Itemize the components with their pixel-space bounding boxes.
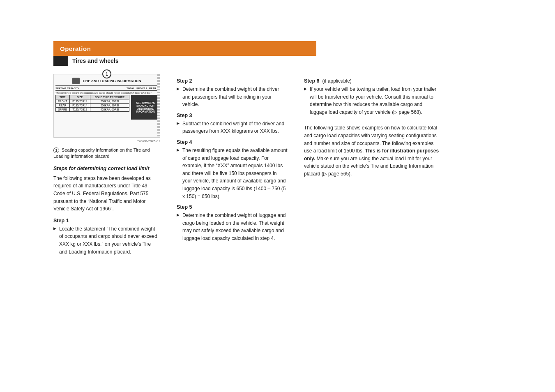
placard-header: TIRE AND LOADING INFORMATION [55,78,158,86]
col-pressure: COLD TIRE PRESSURE [90,95,129,99]
placard-subheader: SEATING CAPACITY TOTAL FRONT 2 REAR 3 [55,87,158,91]
placard-caption: 1 Seating capacity information on the Ti… [53,147,160,160]
table-row: SPARE T125/70B19 420KPA, 60PSI [56,108,129,112]
step-1-label: Step 1 [53,218,160,224]
tire-placard: 1 TIRE AND LOADING INFORMATION SEATING C… [53,74,160,138]
step-6-label: Step 6 (if applicable) [304,78,440,84]
bold-notice: This is for illustration purposes only. [304,148,439,161]
caption-text: Seating capacity information on the Tire… [53,148,150,159]
placard-note: The combined weight of occupants and car… [55,92,158,94]
placard-body: TIRE SIZE COLD TIRE PRESSURE FRONT P195/… [55,95,158,112]
step-6-content: If your vehicle will be towing a trailer… [304,85,440,116]
see-owners-box: SEE OWNER'S MANUAL FOR ADDITIONAL INFORM… [131,95,160,120]
placard-logo [72,78,80,84]
step-3-label: Step 3 [177,113,288,118]
placard-stripe [157,74,160,137]
capacity-labels: TOTAL FRONT 2 REAR 3 [127,87,158,90]
placard-title: TIRE AND LOADING INFORMATION [82,79,141,83]
step-1-content: Locate the statement “The combined weigh… [53,225,160,256]
section-title: Tires and wheels [68,58,119,64]
header-bar: Operation [53,41,316,56]
right-paragraph: The following table shows examples on ho… [304,124,440,178]
placard-inner: TIRE AND LOADING INFORMATION SEATING CAP… [54,74,160,113]
left-column: 1 TIRE AND LOADING INFORMATION SEATING C… [53,74,168,256]
section-bar: Tires and wheels [53,56,316,66]
placard-table: TIRE SIZE COLD TIRE PRESSURE FRONT P195/… [55,95,129,112]
placard-ref: P40.00-2076-31 [53,139,160,143]
placard-circle-num: 1 [102,69,111,78]
table-row: FRONT P195/70R14 200KPA, 29PSI [56,99,129,104]
right-column: Step 6 (if applicable) If your vehicle w… [296,74,440,256]
table-row: REAR P195/70R14 200KPA, 29PSI [56,104,129,108]
seating-label: SEATING CAPACITY [55,87,79,90]
main-content: 1 TIRE AND LOADING INFORMATION SEATING C… [53,74,505,256]
caption-circle: 1 [53,148,59,153]
step-4-content: The resulting figure equals the availabl… [177,147,288,200]
section-accent [53,56,68,66]
step-3-content: Subtract the combined weight of the driv… [177,120,288,135]
middle-column: Step 2 Determine the combined weight of … [168,74,296,256]
page-container: Operation Tires and wheels 1 TIRE AND LO… [0,41,555,392]
col-size: SIZE [69,95,90,99]
step-6-suffix: (if applicable) [322,78,351,84]
col-tire: TIRE [56,95,70,99]
steps-heading: Steps for determining correct load limit [53,166,160,171]
step-5-label: Step 5 [177,204,288,210]
step-2-content: Determine the combined weight of the dri… [177,85,288,108]
step-4-label: Step 4 [177,139,288,145]
step-5-content: Determine the combined weight of luggage… [177,212,288,242]
header-title: Operation [60,45,91,52]
step-2-label: Step 2 [177,78,288,84]
intro-text: The following steps have been developed … [53,175,160,213]
